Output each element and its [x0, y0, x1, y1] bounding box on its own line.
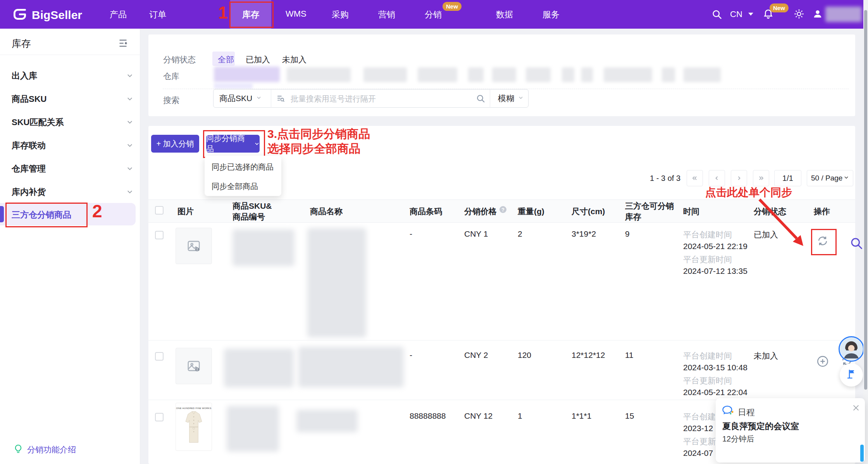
- warehouse-tag[interactable]: [363, 67, 407, 82]
- warehouse-tag-selected[interactable]: [214, 67, 280, 82]
- add-to-distribution-button[interactable]: + 加入分销: [151, 135, 199, 153]
- col-header-name: 商品名称: [310, 206, 343, 217]
- language-label: CN: [730, 9, 742, 19]
- row-checkbox[interactable]: [155, 413, 164, 421]
- sidebar-item-product-sku[interactable]: 商品SKU: [12, 93, 46, 105]
- warehouse-tag[interactable]: [662, 67, 675, 82]
- name-redacted: [307, 228, 366, 337]
- status-option-all[interactable]: 全部: [218, 54, 234, 65]
- chevron-down-icon: [126, 165, 133, 174]
- status-filter-label: 分销状态: [163, 54, 196, 65]
- nav-item-orders[interactable]: 订单: [149, 9, 166, 21]
- product-image[interactable]: ONE HUNDRED FINE WORKS: [176, 403, 212, 451]
- row-checkbox[interactable]: [155, 231, 164, 239]
- sidebar-item-warehouse-mgmt[interactable]: 仓库管理: [12, 163, 46, 175]
- search-input[interactable]: [290, 93, 462, 105]
- cell-barcode: -: [410, 229, 412, 239]
- warehouse-filter-label: 仓库: [163, 71, 179, 82]
- warehouse-tag[interactable]: [581, 67, 593, 82]
- brand-logo[interactable]: BigSeller: [12, 6, 82, 24]
- support-avatar[interactable]: [839, 336, 864, 362]
- cell-price: CNY 12: [464, 411, 493, 421]
- updated-time-value: 2024-07-12 13:35: [683, 266, 747, 276]
- warehouse-tag[interactable]: [562, 67, 574, 82]
- pagination-prev-button[interactable]: [709, 170, 725, 186]
- annotation-step3-line1: 3.点击同步分销商品: [267, 126, 370, 142]
- nav-item-wms[interactable]: WMS: [286, 9, 307, 19]
- chevron-down-icon: [126, 72, 133, 81]
- pagination-last-button[interactable]: [753, 170, 769, 186]
- announcement-widget[interactable]: [840, 363, 863, 387]
- nav-item-purchase[interactable]: 采购: [332, 9, 349, 21]
- nav-item-products[interactable]: 产品: [110, 9, 127, 21]
- col-header-weight: 重量(g): [518, 206, 544, 217]
- match-mode-select[interactable]: 模糊: [490, 89, 529, 108]
- col-header-price: 分销价格: [464, 206, 497, 217]
- menu-item-sync-selected[interactable]: 同步已选择的商品: [212, 162, 274, 172]
- notifications-new-badge: New: [770, 3, 789, 12]
- warehouse-tag[interactable]: [287, 67, 351, 82]
- page-size-select[interactable]: 50 / Page: [807, 170, 853, 186]
- price-help-icon[interactable]: ?: [499, 206, 507, 215]
- sidebar-item-sku-matching[interactable]: SKU匹配关系: [12, 117, 64, 128]
- cell-size: 12*12*12: [572, 351, 605, 360]
- svg-text:?: ?: [501, 207, 505, 213]
- created-time-value: 2024-05-21 22:19: [683, 242, 747, 251]
- nav-item-marketing[interactable]: 营销: [378, 9, 395, 21]
- row-checkbox[interactable]: [155, 352, 164, 361]
- updated-time-label: 平台更新时间: [683, 375, 732, 386]
- search-icon[interactable]: [711, 9, 722, 21]
- cell-size: 1*1*1: [572, 411, 591, 421]
- select-all-checkbox[interactable]: [155, 206, 164, 215]
- pagination-range: 1 - 3 of 3: [643, 174, 680, 183]
- nav-item-distribution[interactable]: 分销: [425, 9, 442, 21]
- cell-weight: 1: [518, 411, 522, 421]
- search-type-select[interactable]: 商品SKU: [213, 89, 271, 108]
- popup-message[interactable]: 夏良萍预定的会议室: [722, 421, 799, 432]
- status-option-notjoined[interactable]: 未加入: [282, 54, 307, 65]
- nav-item-services[interactable]: 服务: [542, 9, 560, 21]
- cell-status: 未加入: [754, 351, 778, 361]
- cardigan-graphic: [178, 409, 209, 447]
- sidebar-footer-link[interactable]: 分销功能介绍: [13, 444, 76, 455]
- username-redacted: [825, 7, 862, 22]
- nav-item-data[interactable]: 数据: [496, 9, 513, 21]
- chevron-down-icon: [256, 95, 262, 102]
- settings-gear-icon[interactable]: [794, 9, 804, 21]
- sku-redacted: [232, 229, 294, 266]
- row-add-action-icon[interactable]: [816, 355, 829, 369]
- warehouse-tag[interactable]: [526, 67, 551, 82]
- warehouse-tag[interactable]: [418, 67, 457, 82]
- annotation-box-step2: [5, 203, 88, 227]
- sidebar-item-stock-link[interactable]: 库存联动: [12, 140, 46, 151]
- chevron-down-icon: [126, 142, 133, 150]
- sidebar-collapse-icon[interactable]: [118, 38, 128, 50]
- warehouse-tag[interactable]: [492, 67, 516, 82]
- cell-size: 3*19*2: [572, 229, 596, 239]
- sidebar-item-replenishment[interactable]: 库内补货: [12, 186, 46, 198]
- page-scrollbar-thumb[interactable]: [864, 10, 867, 390]
- updated-time-value: 2024-07: [683, 449, 713, 458]
- col-header-image: 图片: [177, 206, 194, 217]
- col-header-time: 时间: [683, 206, 699, 217]
- sidebar-item-inout[interactable]: 出入库: [12, 70, 37, 82]
- floating-magnifier-icon[interactable]: [849, 236, 863, 252]
- warehouse-tag[interactable]: [684, 67, 721, 82]
- magnifier-icon[interactable]: [476, 94, 486, 105]
- sidebar-title: 库存: [12, 37, 31, 50]
- bigseller-app: BigSeller 产品 订单 库存 WMS 采购 营销 分销 New 数据 服…: [0, 0, 868, 464]
- col-header-action: 操作: [814, 206, 830, 217]
- menu-item-sync-all[interactable]: 同步全部商品: [212, 181, 258, 192]
- close-icon[interactable]: [852, 404, 860, 414]
- user-avatar-icon[interactable]: [812, 9, 823, 21]
- warehouse-tag[interactable]: [468, 67, 484, 82]
- cell-stock: 9: [625, 229, 630, 239]
- page-size-value: 50 / Page: [811, 174, 842, 182]
- warehouse-tag[interactable]: [604, 67, 652, 82]
- cell-weight: 2: [518, 229, 522, 239]
- status-option-joined[interactable]: 已加入: [246, 54, 270, 65]
- pagination-first-button[interactable]: [687, 170, 703, 186]
- pagination-next-button[interactable]: [731, 170, 747, 186]
- language-selector[interactable]: CN: [730, 9, 754, 19]
- popup-scrollbar-thumb[interactable]: [860, 445, 864, 462]
